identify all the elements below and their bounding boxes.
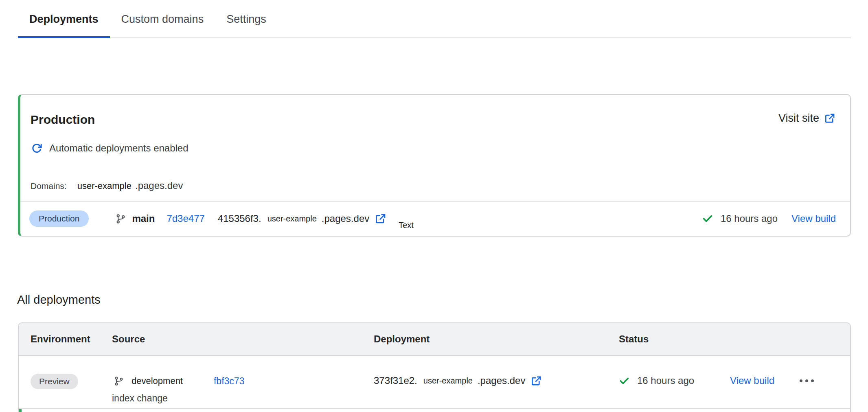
deployments-table: Environment Source Deployment Status Pre… (18, 322, 851, 412)
view-build-link[interactable]: View build (730, 375, 774, 386)
domain-name: user-example (77, 180, 132, 192)
tab-custom-domains[interactable]: Custom domains (110, 11, 215, 38)
pages-project-page: Deployments Custom domains Settings Prod… (0, 0, 868, 412)
auto-deployments-status: Automatic deployments enabled (31, 142, 850, 154)
deployment-time: 16 hours ago (721, 213, 778, 224)
production-branch-name: main (132, 213, 155, 224)
cell-deployment: 373f31e2. user-example .pages.dev (374, 356, 619, 408)
production-deployment-url-link[interactable]: 415356f3. user-example .pages.dev (218, 213, 386, 224)
git-branch-icon (114, 376, 124, 386)
overflow-menu-icon[interactable] (799, 377, 815, 385)
domain-suffix: .pages.dev (135, 180, 183, 192)
deployment-url-name: user-example (267, 214, 317, 224)
table-row: Preview development fbf3c73 (19, 356, 850, 409)
deployment-url-suffix: .pages.dev (322, 213, 369, 224)
deployment-note: Text (399, 221, 414, 230)
deployment-time: 16 hours ago (637, 375, 694, 386)
check-icon (702, 213, 713, 224)
row-commit-link[interactable]: fbf3c73 (214, 376, 244, 387)
production-card-title: Production (31, 113, 95, 127)
environment-badge-production: Production (29, 210, 89, 227)
tab-bar: Deployments Custom domains Settings (18, 0, 851, 38)
table-header-row: Environment Source Deployment Status (19, 323, 850, 356)
domains-label: Domains: (31, 180, 67, 192)
deployment-url-name: user-example (423, 376, 473, 386)
external-link-icon (375, 213, 386, 224)
external-link-icon (824, 113, 835, 124)
column-header-source: Source (112, 333, 374, 345)
all-deployments-heading: All deployments (17, 293, 868, 306)
production-deployment-info: Production main 7d3e477 415356f3. user-e… (29, 210, 414, 227)
production-card-header: Production Visit site (20, 95, 850, 127)
refresh-icon (31, 143, 42, 154)
domains-line: Domains: user-example .pages.dev (31, 180, 850, 192)
external-link-icon (531, 375, 542, 386)
source-branch-line: development fbf3c73 (112, 374, 374, 388)
production-commit-link[interactable]: 7d3e477 (167, 213, 204, 224)
visit-site-label: Visit site (778, 112, 819, 125)
cell-source: development fbf3c73 index change (112, 356, 374, 408)
tab-settings[interactable]: Settings (215, 11, 278, 38)
deployment-url-prefix: 373f31e2. (374, 375, 417, 386)
column-header-status: Status (619, 333, 850, 345)
tab-deployments[interactable]: Deployments (18, 11, 110, 38)
environment-badge-preview: Preview (31, 374, 78, 389)
production-card: Production Visit site Automa (18, 94, 851, 237)
visit-site-link[interactable]: Visit site (778, 112, 835, 125)
auto-deployments-text: Automatic deployments enabled (49, 142, 189, 154)
production-deployment-row: Production main 7d3e477 415356f3. user-e… (20, 201, 850, 236)
check-icon (619, 375, 630, 386)
commit-message: index change (112, 392, 374, 404)
row-deployment-url-link[interactable]: 373f31e2. user-example .pages.dev (374, 374, 619, 388)
git-branch-icon (116, 214, 126, 224)
column-header-deployment: Deployment (374, 333, 619, 345)
cell-status: 16 hours ago View build (619, 356, 850, 408)
deployment-url-suffix: .pages.dev (478, 375, 525, 386)
deployment-url-prefix: 415356f3. (218, 213, 261, 224)
next-row-accent-stub (19, 409, 22, 412)
view-build-link[interactable]: View build (791, 213, 836, 224)
row-branch-name: development (132, 376, 183, 386)
production-deployment-status: 16 hours ago View build (702, 213, 836, 224)
column-header-environment: Environment (19, 333, 112, 345)
cell-environment: Preview (19, 356, 112, 408)
